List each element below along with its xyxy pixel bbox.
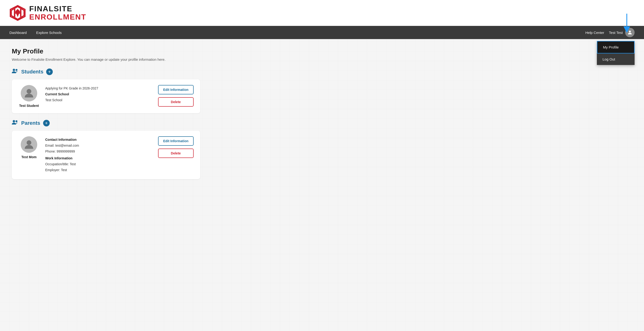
student-avatar-0 [21, 85, 37, 101]
logo-container: FINALSITE ENROLLMENT [10, 5, 86, 21]
nav-left: Dashboard Explore Schools [10, 26, 62, 39]
parents-section-header: Parents + [12, 120, 200, 126]
student-card-0: Test Student Applying for PK Grade in 20… [12, 79, 200, 113]
parent-work-label-0: Work Information [45, 156, 152, 161]
parent-phone-0: Phone: 9999999999 [45, 149, 152, 154]
blue-arrow-indicator [621, 14, 633, 32]
student-edit-button-0[interactable]: Edit Information [158, 85, 194, 94]
student-info-0: Applying for PK Grade in 2026-2027 Curre… [45, 85, 152, 104]
user-area[interactable]: Test Test My Profile Log Out [609, 28, 634, 37]
svg-point-3 [13, 69, 15, 71]
parent-avatar-area-0: Test Mom [18, 136, 40, 159]
dropdown-menu: My Profile Log Out [597, 41, 634, 65]
parent-card-0: Test Mom Contact Information Email: test… [12, 131, 200, 179]
parent-occupation-0: Occupation/title: Test [45, 162, 152, 167]
add-parent-button[interactable]: + [43, 120, 50, 126]
page-subtitle: Welcome to Finalsite Enrollment Explore.… [12, 57, 200, 61]
navbar: Dashboard Explore Schools Help Center Te… [0, 26, 644, 39]
student-grade-info-0: Applying for PK Grade in 2026-2027 [45, 86, 152, 91]
parent-employer-0: Employer: Test [45, 168, 152, 173]
student-name-0: Test Student [19, 104, 39, 108]
page-title: My Profile [12, 47, 200, 55]
nav-explore-schools[interactable]: Explore Schools [36, 26, 62, 39]
nav-help-center[interactable]: Help Center [585, 31, 604, 35]
header-logo: FINALSITE ENROLLMENT [0, 0, 644, 26]
student-btn-area-0: Edit Information Delete [158, 85, 194, 107]
parent-info-0: Contact Information Email: test@email.co… [45, 136, 152, 174]
parent-name-0: Test Mom [22, 155, 36, 159]
svg-point-4 [16, 69, 18, 71]
students-section-header: Students + [12, 68, 200, 75]
parents-section-title: Parents [21, 120, 40, 126]
svg-point-6 [13, 120, 15, 122]
logo-finalsite: FINALSITE [29, 5, 86, 13]
student-current-school-title-0: Current School [45, 92, 69, 96]
parent-avatar-0 [21, 136, 37, 153]
main-content: My Profile Welcome to Finalsite Enrollme… [0, 39, 212, 194]
students-section-title: Students [21, 69, 43, 75]
logo-text: FINALSITE ENROLLMENT [29, 5, 86, 21]
svg-point-8 [26, 140, 31, 145]
parent-contact-title-0: Contact Information [45, 138, 76, 141]
parent-work-title-0: Work Information [45, 156, 72, 160]
nav-right: Help Center Test Test My Pro [585, 28, 634, 37]
students-icon [12, 68, 18, 75]
student-current-school-value-0: Test School [45, 98, 152, 103]
parent-btn-area-0: Edit Information Delete [158, 136, 194, 158]
parent-email-0: Email: test@email.com [45, 143, 152, 148]
parent-edit-button-0[interactable]: Edit Information [158, 136, 194, 146]
svg-point-5 [26, 89, 31, 94]
parent-contact-label-0: Contact Information [45, 137, 152, 142]
finalsite-logo-icon [10, 5, 26, 21]
student-delete-button-0[interactable]: Delete [158, 97, 194, 107]
parent-delete-button-0[interactable]: Delete [158, 149, 194, 158]
dropdown-my-profile[interactable]: My Profile [597, 41, 634, 53]
dropdown-log-out[interactable]: Log Out [597, 53, 634, 65]
logo-enrollment: ENROLLMENT [29, 13, 86, 21]
svg-point-7 [16, 120, 18, 122]
add-student-button[interactable]: + [46, 68, 53, 75]
student-avatar-area-0: Test Student [18, 85, 40, 108]
nav-dashboard[interactable]: Dashboard [10, 26, 26, 39]
student-current-school-label-0: Current School [45, 92, 152, 97]
parents-icon [12, 120, 18, 126]
